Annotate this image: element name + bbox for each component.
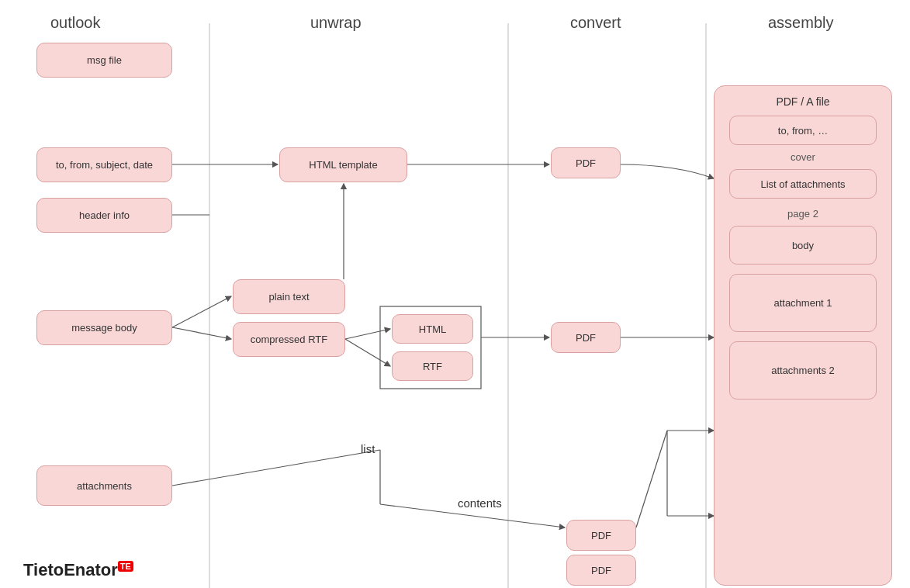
pdf-top-box: PDF	[551, 147, 621, 178]
list-label: list	[361, 442, 375, 455]
svg-line-17	[636, 431, 667, 527]
pdf-bot2-box: PDF	[566, 555, 636, 586]
compressed-rtf-box: compressed RTF	[233, 322, 345, 357]
to-from-box: to, from, subject, date	[36, 147, 172, 182]
assembly-body-box: body	[729, 226, 877, 265]
logo-badge: TE	[118, 561, 133, 572]
assembly-container: PDF / A file to, from, … cover List of a…	[714, 85, 892, 586]
col-header-unwrap: unwrap	[310, 14, 362, 32]
diagram-container: outlook unwrap convert assembly msg file…	[0, 0, 910, 588]
svg-line-9	[345, 329, 390, 339]
assembly-attachment1-box: attachment 1	[729, 274, 877, 332]
attachments-box: attachments	[36, 465, 172, 506]
rtf-box: RTF	[392, 351, 473, 381]
col-header-outlook: outlook	[50, 14, 101, 32]
svg-line-14	[172, 450, 380, 486]
col-header-convert: convert	[570, 14, 621, 32]
contents-label: contents	[458, 496, 502, 510]
svg-line-7	[172, 327, 231, 339]
svg-line-6	[172, 296, 231, 327]
logo: TietoEnatorTE	[23, 560, 133, 580]
logo-text: TietoEnator	[23, 560, 118, 579]
pdf-a-file-label: PDF / A file	[722, 95, 884, 108]
html-template-box: HTML template	[279, 147, 407, 182]
msg-file-box: msg file	[36, 43, 172, 78]
assembly-cover-label: cover	[722, 148, 884, 166]
pdf-bot1-box: PDF	[566, 520, 636, 551]
assembly-to-from-box: to, from, …	[729, 116, 877, 145]
col-header-assembly: assembly	[768, 14, 833, 32]
assembly-page2-label: page 2	[722, 202, 884, 223]
plain-text-box: plain text	[233, 279, 345, 314]
header-info-box: header info	[36, 198, 172, 233]
assembly-attachments2-box: attachments 2	[729, 341, 877, 399]
html-box: HTML	[392, 314, 473, 344]
message-body-box: message body	[36, 310, 172, 345]
pdf-mid-box: PDF	[551, 322, 621, 353]
assembly-list-attachments-box: List of attachments	[729, 169, 877, 199]
svg-line-10	[345, 339, 390, 366]
